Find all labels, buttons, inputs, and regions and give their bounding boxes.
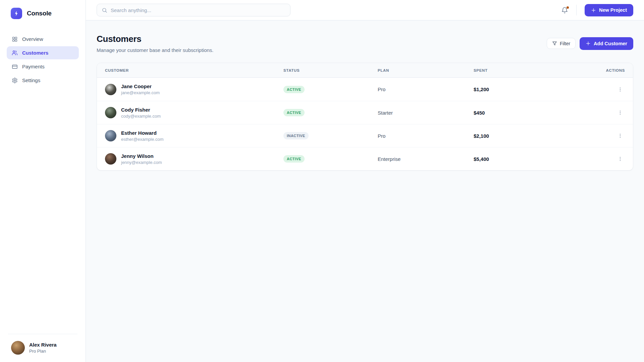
spent-cell: $450 — [474, 110, 570, 116]
plan-cell: Pro — [378, 86, 474, 92]
customer-email: jenny@example.com — [121, 160, 162, 165]
filter-icon — [552, 41, 557, 46]
customer-email: esther@example.com — [121, 137, 164, 142]
main-content: Customers Manage your customer base and … — [86, 20, 644, 362]
table-header-row: Customer Status Plan Spent Actions — [97, 63, 633, 78]
customer-name: Jane Cooper — [121, 83, 160, 89]
app-logo: Console — [0, 0, 86, 19]
row-actions-kebab-icon[interactable] — [615, 131, 625, 140]
status-badge: Active — [283, 155, 305, 163]
column-header-plan: Plan — [378, 68, 474, 72]
customer-name: Esther Howard — [121, 130, 164, 136]
avatar — [105, 84, 116, 95]
row-actions-kebab-icon[interactable] — [615, 85, 625, 94]
plan-cell: Starter — [378, 110, 474, 116]
topbar-divider — [576, 5, 577, 15]
status-badge: Inactive — [283, 132, 309, 139]
plan-cell: Enterprise — [378, 156, 474, 162]
sidebar-item-label: Customers — [22, 50, 48, 56]
customer-name: Cody Fisher — [121, 107, 161, 113]
customer-email: jane@example.com — [121, 90, 160, 95]
avatar — [105, 130, 116, 141]
search-box[interactable] — [97, 4, 290, 16]
customer-name: Jenny Wilson — [121, 153, 162, 159]
gear-icon — [12, 77, 18, 83]
page-subtitle: Manage your customer base and their subs… — [97, 47, 214, 53]
table-row: Cody Fishercody@example.comActiveStarter… — [97, 101, 633, 124]
spent-cell: $1,200 — [474, 86, 570, 92]
row-actions-kebab-icon[interactable] — [615, 108, 625, 117]
filter-label: Filter — [560, 41, 570, 46]
user-name: Alex Rivera — [29, 342, 57, 348]
avatar — [105, 153, 116, 165]
app-name: Console — [27, 10, 52, 17]
sidebar-item-overview[interactable]: Overview — [7, 33, 79, 46]
add-customer-button[interactable]: Add Customer — [580, 37, 633, 50]
customers-table: Customer Status Plan Spent Actions Jane … — [97, 63, 633, 171]
row-actions-kebab-icon[interactable] — [615, 154, 625, 164]
column-header-spent: Spent — [474, 68, 570, 72]
column-header-customer: Customer — [105, 68, 283, 72]
status-badge: Active — [283, 86, 305, 93]
sidebar-user[interactable]: Alex Rivera Pro Plan — [0, 334, 86, 362]
sidebar-item-customers[interactable]: Customers — [7, 46, 79, 59]
customer-cell: Jenny Wilsonjenny@example.com — [105, 153, 283, 165]
customer-cell: Jane Cooperjane@example.com — [105, 83, 283, 95]
search-icon — [102, 7, 107, 13]
grid-icon — [12, 36, 18, 42]
add-customer-label: Add Customer — [594, 41, 627, 46]
column-header-actions: Actions — [606, 68, 625, 72]
users-icon — [12, 50, 18, 56]
sidebar-item-label: Overview — [22, 36, 43, 42]
table-row: Esther Howardesther@example.comInactiveP… — [97, 124, 633, 147]
plus-icon — [586, 41, 591, 46]
zap-icon — [11, 8, 22, 19]
new-project-button[interactable]: New Project — [585, 4, 633, 16]
table-row: Jane Cooperjane@example.comActivePro$1,2… — [97, 78, 633, 101]
topbar: New Project — [86, 0, 644, 20]
avatar — [105, 107, 116, 118]
customer-email: cody@example.com — [121, 114, 161, 119]
sidebar-item-payments[interactable]: Payments — [7, 60, 79, 73]
sidebar: Console OverviewCustomersPaymentsSetting… — [0, 0, 86, 362]
table-row: Jenny Wilsonjenny@example.comActiveEnter… — [97, 147, 633, 170]
user-plan: Pro Plan — [29, 349, 57, 354]
sidebar-item-settings[interactable]: Settings — [7, 74, 79, 87]
page-title: Customers — [97, 34, 214, 44]
search-input[interactable] — [111, 7, 285, 13]
bell-icon[interactable] — [561, 7, 568, 14]
column-header-status: Status — [283, 68, 378, 72]
sidebar-item-label: Payments — [22, 64, 45, 69]
sidebar-nav: OverviewCustomersPaymentsSettings — [0, 33, 86, 87]
notification-dot — [567, 6, 569, 9]
customer-cell: Esther Howardesther@example.com — [105, 130, 283, 142]
customer-cell: Cody Fishercody@example.com — [105, 107, 283, 119]
avatar — [11, 341, 25, 355]
plus-icon — [591, 8, 596, 13]
filter-button[interactable]: Filter — [547, 38, 576, 49]
new-project-label: New Project — [599, 7, 627, 13]
plan-cell: Pro — [378, 133, 474, 139]
spent-cell: $5,400 — [474, 156, 570, 162]
spent-cell: $2,100 — [474, 133, 570, 139]
table-body: Jane Cooperjane@example.comActivePro$1,2… — [97, 78, 633, 170]
credit-card-icon — [12, 64, 18, 70]
status-badge: Active — [283, 109, 305, 116]
sidebar-item-label: Settings — [22, 77, 40, 83]
